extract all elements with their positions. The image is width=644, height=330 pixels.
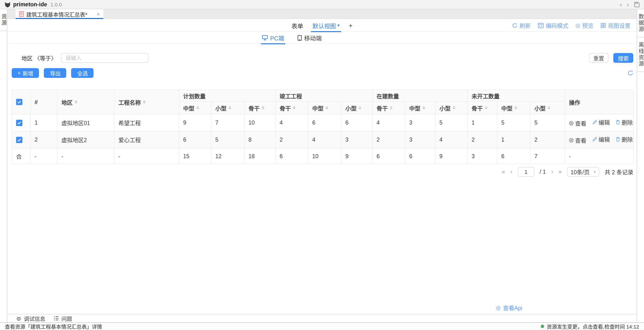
row-view-button[interactable]: ◎查看	[569, 119, 586, 127]
export-button[interactable]: 导出	[44, 68, 66, 78]
cell-value: 3	[405, 131, 435, 148]
subcol-label: 小型	[215, 104, 226, 112]
cell-value: 5	[530, 114, 565, 131]
preview-eye-icon: ◎	[576, 23, 580, 28]
add-button[interactable]: +新增	[12, 68, 39, 78]
right-rail: 数据源 离线资源	[637, 9, 644, 322]
statusbar-right[interactable]: 资源发生变更，点击查看,检查时间 14:12	[541, 323, 639, 330]
summary-value: 3	[468, 148, 497, 164]
tab-form[interactable]: 表单	[292, 19, 303, 32]
sort-icon[interactable]	[485, 106, 488, 109]
cell-value: 1	[497, 131, 530, 148]
save-icon[interactable]	[634, 1, 640, 7]
row-delete-button[interactable]: 删除	[616, 136, 633, 143]
select-all-checkbox[interactable]	[16, 99, 22, 105]
app-logo-icon	[4, 1, 11, 7]
search-button[interactable]: 搜索	[613, 53, 633, 63]
cell-region: 虚拟地区01	[57, 114, 114, 131]
file-tab-close-icon[interactable]: ×	[97, 11, 100, 17]
sort-icon[interactable]	[452, 106, 456, 109]
col-planned-backbone: 骨干	[244, 101, 276, 114]
table-refresh-icon[interactable]	[628, 70, 633, 76]
rail-resources-label: 资源	[0, 14, 6, 26]
col-planned-medium: 中型	[179, 101, 211, 114]
tab-default-view[interactable]: 默认视图 ▾	[312, 19, 340, 32]
cell-value: 4	[435, 131, 468, 148]
data-table: # 地区 工程名称 计划数量 竣工工程 在建数量 未开工数量 操作 中型 小型 …	[12, 90, 634, 164]
tab-pc-label: PC端	[270, 33, 284, 42]
summary-dash: -	[565, 148, 634, 164]
row-view-button[interactable]: ◎查看	[569, 136, 586, 144]
monitor-icon	[262, 35, 268, 40]
tab-mobile[interactable]: 移动端	[298, 32, 322, 44]
summary-label: 合	[12, 148, 30, 164]
sort-icon[interactable]	[74, 100, 78, 104]
sort-icon[interactable]	[293, 106, 296, 109]
preview-button[interactable]: ◎ 预览	[576, 21, 593, 29]
sort-icon[interactable]	[548, 106, 550, 109]
col-completed-small: 小型	[341, 101, 372, 114]
add-view-button[interactable]: +	[349, 22, 352, 29]
sort-icon[interactable]	[514, 106, 517, 109]
page-number-input[interactable]	[518, 167, 534, 177]
row-edit-button[interactable]: 编辑	[592, 118, 610, 126]
sort-icon[interactable]	[326, 106, 328, 109]
col-inprogress-medium: 中型	[405, 101, 435, 114]
sort-icon[interactable]	[422, 106, 425, 109]
summary-dash: -	[57, 148, 114, 164]
phone-icon	[298, 35, 302, 41]
cell-value: 4	[372, 114, 405, 131]
page-prev-button[interactable]: ‹	[510, 168, 512, 175]
cell-value: 9	[179, 114, 211, 131]
row-edit-button[interactable]: 编辑	[592, 136, 610, 143]
nav-back-icon[interactable]: ‹	[620, 1, 622, 7]
sort-icon[interactable]	[390, 106, 393, 109]
sort-icon[interactable]	[196, 106, 199, 109]
statusbar-left-text[interactable]: 查看资源「建筑工程基本情况汇总表」详情	[5, 323, 102, 330]
col-project-label: 工程名称	[118, 98, 141, 106]
row-checkbox[interactable]	[16, 137, 22, 143]
summary-row: 合 - - - 15 12 18 6 10 9 6 6 9 3 6 7 -	[12, 148, 634, 164]
sort-icon[interactable]	[262, 106, 264, 109]
rail-offline-resources[interactable]: 离线资源	[637, 37, 644, 72]
table-row: 1 虚拟地区01 希望工程 9 7 10 4 6 6 4 3 5 1 5 5	[12, 114, 634, 131]
reset-button[interactable]: 重置	[589, 53, 608, 63]
summary-value: 15	[179, 148, 211, 164]
pencil-icon	[592, 137, 597, 142]
page-size-select[interactable]: 10条/页 ▾	[567, 167, 599, 177]
debug-info-tab[interactable]: 调试信息	[16, 315, 45, 322]
tab-mobile-label: 移动端	[304, 33, 322, 42]
search-field-name: 地区	[22, 55, 33, 61]
cell-value: 2	[372, 131, 405, 148]
select-all-button[interactable]: 全选	[71, 68, 94, 78]
main-content: 表单 默认视图 ▾ + 刷新 编码模式 ◎ 预览	[7, 19, 637, 314]
problems-tab[interactable]: 问题	[54, 315, 72, 322]
cell-value: 5	[497, 114, 530, 131]
sort-icon[interactable]	[143, 100, 146, 104]
view-api-button[interactable]: ◎ 查看Api	[496, 304, 522, 312]
search-input[interactable]	[61, 53, 148, 63]
statusbar: 查看资源「建筑工程基本情况汇总表」详情 资源发生变更，点击查看,检查时间 14:…	[0, 322, 644, 330]
cell-value: 2	[276, 131, 308, 148]
cell-index: 2	[30, 131, 57, 148]
page-next-button[interactable]: ›	[551, 168, 553, 175]
tab-pc[interactable]: PC端	[262, 32, 284, 44]
view-settings-button[interactable]: 视图设置	[601, 21, 630, 29]
rail-resources[interactable]: 资源	[0, 9, 7, 31]
page-first-button[interactable]: «	[502, 168, 505, 175]
rail-datasource[interactable]: 数据源	[637, 9, 644, 37]
sort-icon[interactable]	[228, 106, 232, 109]
code-mode-button[interactable]: 编码模式	[538, 21, 568, 29]
page-count-label: / 1	[540, 169, 546, 175]
sort-icon[interactable]	[358, 106, 362, 109]
eye-icon: ◎	[569, 137, 574, 143]
form-doc-icon	[19, 11, 24, 17]
row-delete-button[interactable]: 删除	[616, 118, 633, 126]
page-last-button[interactable]: »	[558, 168, 562, 175]
left-rail: 资源	[0, 9, 7, 322]
table-actions-row: +新增 导出 全选	[12, 68, 633, 78]
refresh-button[interactable]: 刷新	[512, 21, 531, 29]
nav-forward-icon[interactable]: ›	[627, 1, 629, 7]
row-checkbox[interactable]	[16, 119, 22, 126]
file-tab[interactable]: 建筑工程基本情况汇总表* ×	[16, 9, 103, 18]
